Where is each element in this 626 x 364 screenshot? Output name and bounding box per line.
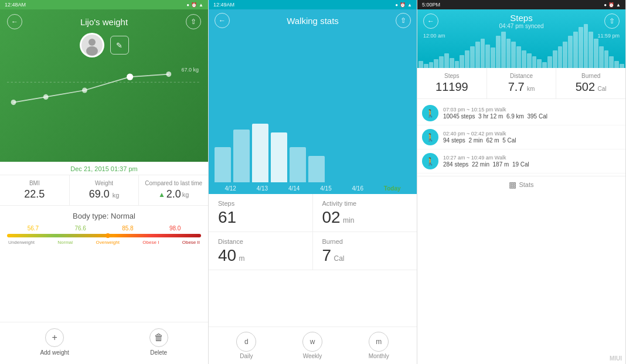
step-bar [599, 46, 604, 69]
weight-chart: 67.0 kg [7, 62, 201, 109]
svg-point-8 [166, 72, 171, 77]
walking-header: ← Walking stats ⇧ 4/12 4/13 4/14 4/15 4/… [209, 9, 417, 194]
activity-time-1: 07:03 pm ~ 10:15 pm Walk [443, 107, 621, 113]
share-button-p3[interactable]: ⇧ [604, 13, 620, 29]
bar-1 [215, 147, 231, 182]
label-4-15: 4/15 [320, 185, 331, 192]
time-p3: 5:00PM [422, 2, 440, 8]
distance-metric-unit: km [527, 86, 535, 92]
step-bar [506, 39, 511, 68]
step-bar [553, 50, 557, 68]
monthly-tab[interactable]: m Monthly [369, 332, 389, 359]
svg-point-4 [11, 100, 16, 105]
stats-footer[interactable]: ▩ Stats [417, 176, 625, 193]
walking-stats: Steps 61 Activity time 02 min Distance 4… [209, 194, 417, 364]
act2-calories: 5 Cal [502, 137, 516, 144]
activity-time-3: 10:27 am ~ 10:49 am Walk [443, 155, 621, 161]
status-icons-p3: ● ⏰ ▲ [604, 2, 621, 8]
alarm-icon-p3: ⏰ [608, 2, 614, 8]
bar-4 [271, 132, 287, 182]
distance-metric-label: Distance [491, 73, 553, 79]
step-bar [496, 36, 501, 68]
step-bar [516, 46, 521, 69]
compare-label: Compared to last time [142, 180, 205, 186]
back-button-p3[interactable]: ← [423, 13, 438, 29]
step-bar [455, 61, 460, 69]
bmi-num-4: 98.0 [169, 225, 181, 232]
back-button[interactable]: ← [7, 14, 22, 29]
activity-list: 🚶 07:03 pm ~ 10:15 pm Walk 10045 steps 3… [417, 99, 625, 176]
signal-icon: ▲ [199, 2, 203, 8]
step-bar [511, 42, 516, 68]
label-4-16: 4/16 [352, 185, 363, 192]
distance-metric: Distance 7.7 km [487, 68, 557, 98]
step-bar [429, 62, 434, 68]
steps-cell: Steps 61 [209, 194, 313, 232]
bar-chart-icon: ▩ [509, 180, 516, 189]
bar-3 [252, 124, 268, 182]
share-button[interactable]: ⇧ [186, 14, 201, 29]
back-button-p2[interactable]: ← [215, 13, 230, 28]
delete-button[interactable]: 🗑 Delete [149, 328, 168, 356]
add-weight-button[interactable]: + Add weight [40, 328, 69, 356]
miui-logo: MIUI [610, 355, 622, 362]
daily-tab[interactable]: d Daily [236, 332, 256, 359]
walk-icon-2: 🚶 [422, 129, 438, 145]
burned-metric-value-wrap: 502 Cal [560, 80, 622, 94]
avatar [80, 33, 104, 57]
step-bar [475, 42, 480, 68]
step-bar [620, 64, 624, 69]
svg-point-7 [127, 73, 133, 80]
time-p2: 12:49AM [213, 2, 234, 8]
status-bar-p1: 12:48AM ● ⏰ ▲ [0, 0, 208, 9]
panel-title: Lijo's weight [80, 17, 128, 27]
step-bar [460, 55, 464, 69]
step-bar [604, 50, 609, 68]
bmi-num-2: 76.6 [74, 225, 86, 232]
status-bar-p3: 5:00PM ● ⏰ ▲ [417, 0, 625, 9]
steps-header: ← Steps 04:47 pm synced ⇧ 12:00 am 11:59… [417, 9, 625, 68]
weight-stats: Dec 21, 2015 01:37 pm BMI 22.5 Weight 69… [0, 162, 208, 364]
walk-icon-1: 🚶 [422, 105, 438, 121]
chart-label: 67.0 kg [181, 67, 199, 73]
bmi-value: 22.5 [4, 188, 66, 200]
act3-distance: 187 m [493, 161, 509, 168]
bmi-num-3: 85.8 [122, 225, 133, 232]
p3-subtitle: 04:47 pm synced [499, 23, 543, 29]
metrics-row: BMI 22.5 Weight 69.0 kg Compared to last… [0, 175, 208, 206]
activity-stats-3: 284 steps 22 min 187 m 19 Cal [443, 161, 621, 168]
weight-panel: 12:48AM ● ⏰ ▲ ← Lijo's weight ⇧ ✎ 67.0 k… [0, 0, 209, 364]
weekly-tab[interactable]: w Weekly [302, 332, 322, 359]
activity-value: 02 min [322, 208, 408, 227]
step-bar [532, 56, 537, 68]
activity-time-2: 02:40 pm ~ 02:42 pm Walk [443, 131, 621, 137]
date-display: Dec 21, 2015 01:37 pm [70, 162, 137, 175]
step-bar [434, 59, 438, 68]
act1-duration: 3 hr 12 m [478, 113, 503, 120]
steps-value: 61 [218, 208, 303, 227]
distance-metric-value-wrap: 7.7 km [491, 80, 553, 94]
svg-point-2 [86, 46, 98, 56]
activity-label: Activity time [322, 200, 408, 207]
step-bar [547, 56, 552, 68]
edit-button[interactable]: ✎ [110, 36, 129, 55]
step-bar [439, 56, 444, 68]
act2-distance: 62 m [486, 137, 499, 144]
step-bar [424, 64, 428, 69]
bmi-bar [7, 234, 201, 237]
weekly-tab-circle: w [302, 332, 322, 352]
act2-steps: 94 steps [443, 137, 465, 144]
weight-unit: kg [113, 192, 120, 199]
activity-item-3: 🚶 10:27 am ~ 10:49 am Walk 284 steps 22 … [417, 149, 625, 174]
label-obese1: Obese I [142, 240, 159, 245]
step-bar [614, 61, 619, 69]
step-bar [485, 45, 490, 68]
steps-body: Steps 11199 Distance 7.7 km Burned 502 C… [417, 68, 625, 364]
bar-chart [209, 32, 417, 194]
act1-distance: 6.9 km [506, 113, 524, 120]
share-button-p2[interactable]: ⇧ [396, 13, 411, 28]
signal-icon-p3: ▲ [616, 2, 621, 8]
distance-label: Distance [218, 238, 303, 245]
time-labels: 12:00 am 11:59 pm [417, 33, 625, 40]
daily-tab-circle: d [236, 332, 256, 352]
